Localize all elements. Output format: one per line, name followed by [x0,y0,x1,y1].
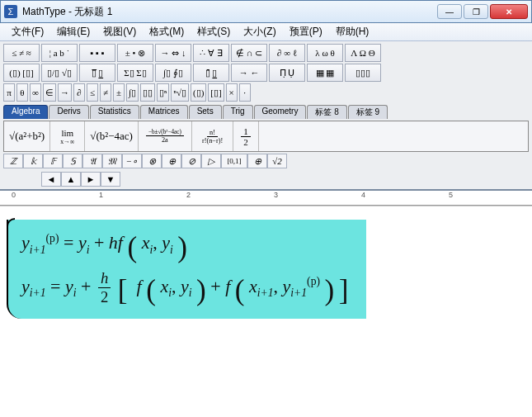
pal-half[interactable]: 12 [233,121,259,151]
sym-arrows[interactable]: → ⇔ ↓ [155,44,191,62]
tab-sets[interactable]: Sets [189,105,222,119]
sym-interval[interactable]: [0,1] [221,154,247,168]
tab-9[interactable]: 标签 9 [348,105,388,119]
ruler-4: 4 [361,191,365,199]
nav-right[interactable]: ► [81,172,101,187]
q-leq[interactable]: ≤ [87,83,98,102]
equation-selection[interactable]: yi+1(p) = yi + hf ( xi, yi ) yi+1 = yi +… [7,220,366,319]
sym-otimes[interactable]: ⊗ [142,154,162,168]
sym-spaces[interactable]: ¦ a b ˙ [41,44,78,62]
menu-style[interactable]: 样式(S) [191,23,237,40]
maximize-button[interactable]: ❐ [464,4,488,19]
nav-up[interactable]: ▲ [61,172,81,187]
menu-help[interactable]: 帮助(H) [329,23,376,40]
sym-frakA[interactable]: 𝔄 [82,154,102,168]
menu-size[interactable]: 大小(Z) [237,23,282,40]
pal-limit[interactable]: limx→∞ [50,121,85,151]
q-paren[interactable]: (▯) [191,83,206,102]
q-arrow[interactable]: → [58,83,72,102]
tab-derivs[interactable]: Derivs [49,105,88,119]
q-subsup[interactable]: ▯▯ [140,83,155,102]
ruler-5: 5 [449,191,453,199]
tpl-matrices[interactable]: ▦ ▦ [307,64,343,82]
sym-tri[interactable]: ▷ [201,154,221,168]
equation-editor[interactable]: yi+1(p) = yi + hf ( xi, yi ) yi+1 = yi +… [0,206,532,417]
tab-trig[interactable]: Trig [223,105,253,119]
menu-prefs[interactable]: 预置(P) [283,23,329,40]
sym-greek-lower[interactable]: λ ω θ [307,44,343,62]
sym-embellish[interactable]: ▪ ▪ ▪ [79,44,115,62]
q-int[interactable]: ∫▯ [126,83,139,102]
q-power[interactable]: ▯ⁿ [157,83,169,102]
sym-operators[interactable]: ± • ⊗ [117,44,153,62]
equation-line-1: yi+1(p) = yi + hf ( xi, yi ) [21,231,348,264]
sym-k[interactable]: 𝕜 [23,154,43,168]
pal-sqrt-ab[interactable]: √(a²+b²) [4,121,50,151]
pal-binom-top: n! [207,129,218,137]
window-title: MathType - 无标题 1 [22,5,437,19]
sym-Z[interactable]: ℤ [3,154,23,168]
tpl-fences[interactable]: (▯) [▯] [3,64,40,82]
q-partial[interactable]: ∂ [73,83,85,102]
q-times[interactable]: × [226,83,238,102]
pal-limit-bot: x→∞ [58,138,77,145]
sym-circ[interactable]: −∘ [122,154,142,168]
q-bracket[interactable]: [▯] [208,83,224,102]
q-in[interactable]: ∈ [43,83,56,102]
tpl-fractions[interactable]: ▯/▯ √▯ [41,64,78,82]
pal-half-top: 1 [241,126,251,137]
sym-greek-upper[interactable]: Λ Ω Θ [345,44,381,62]
toolbar-area: ≤ ≠ ≈ ¦ a b ˙ ▪ ▪ ▪ ± • ⊗ → ⇔ ↓ ∴ ∀ ∃ ∉ … [0,41,532,191]
minimize-button[interactable]: — [437,4,462,19]
q-neq[interactable]: ≠ [100,83,111,102]
tpl-integrals[interactable]: ∫▯ ∮▯ [155,64,191,82]
pal-discriminant[interactable]: √(b²−4ac) [85,121,139,151]
tpl-labeled-arrows[interactable]: → ← [231,64,267,82]
sym-sqrt2[interactable]: √2 [267,154,287,168]
tpl-bars[interactable]: ▯̄ ▯̲ [193,64,229,82]
tab-matrices[interactable]: Matrices [140,105,188,119]
ruler-3: 3 [274,191,278,199]
sym-set[interactable]: ∉ ∩ ⊂ [231,44,267,62]
sym-oplus2[interactable]: ⊕ [247,154,267,168]
q-pm[interactable]: ± [113,83,125,102]
sym-frakM[interactable]: 𝔐 [102,154,122,168]
pal-limit-top: lim [59,128,76,138]
tab-statistics[interactable]: Statistics [90,105,139,119]
q-pi[interactable]: π [3,83,15,102]
app-icon: Σ [4,5,17,18]
close-button[interactable]: ✕ [490,4,528,19]
nav-left[interactable]: ◄ [41,172,61,187]
q-nroot[interactable]: ⁿ√▯ [171,83,189,102]
q-theta[interactable]: θ [16,83,28,102]
symbol-row-1: ≤ ≠ ≈ ¦ a b ˙ ▪ ▪ ▪ ± • ⊗ → ⇔ ↓ ∴ ∀ ∃ ∉ … [3,44,529,62]
template-row-1: (▯) [▯] ▯/▯ √▯ ▯̅ ▯̲ Σ▯ Σ▯ ∫▯ ∮▯ ▯̄ ▯̲ →… [3,64,529,82]
sym-oslash[interactable]: ⊘ [181,154,201,168]
q-infty[interactable]: ∞ [30,83,41,102]
menu-view[interactable]: 视图(V) [97,23,143,40]
sym-S[interactable]: 𝕊 [63,154,82,168]
category-tabs: Algebra Derivs Statistics Matrices Sets … [3,105,529,119]
nav-down[interactable]: ▼ [101,172,120,187]
tab-8[interactable]: 标签 8 [307,105,346,119]
pal-quadratic[interactable]: −b±√(b²−4ac)2a [139,121,192,151]
sym-misc[interactable]: ∂ ∞ ℓ [269,44,305,62]
ruler: 0 1 2 3 4 5 [0,191,532,206]
sym-logic[interactable]: ∴ ∀ ∃ [193,44,229,62]
tpl-sums[interactable]: Σ▯ Σ▯ [117,64,153,82]
menu-format[interactable]: 格式(M) [143,23,191,40]
sym-relational[interactable]: ≤ ≠ ≈ [3,44,40,62]
tpl-overunder[interactable]: ▯̅ ▯̲ [79,64,115,82]
tpl-products[interactable]: Π̣ Ụ [269,64,305,82]
menu-file[interactable]: 文件(F) [5,23,50,40]
sym-oplus[interactable]: ⊕ [162,154,181,168]
tab-geometry[interactable]: Geometry [254,105,307,119]
menu-edit[interactable]: 编辑(E) [50,23,97,40]
titlebar: Σ MathType - 无标题 1 — ❐ ✕ [0,0,532,23]
pal-binom[interactable]: n!r!(n−r)! [192,121,233,151]
pal-quad-bot: 2a [159,136,171,144]
tpl-boxes[interactable]: ▯▯▯ [345,64,381,82]
tab-algebra[interactable]: Algebra [3,105,48,119]
q-dot[interactable]: · [239,83,251,102]
sym-F[interactable]: 𝔽 [43,154,63,168]
